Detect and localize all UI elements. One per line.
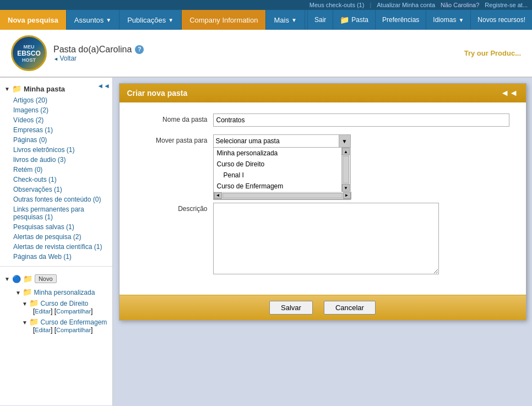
horiz-scroll-thumb[interactable]: [222, 193, 343, 198]
tree-item-curso-direito: ▼ 📁 Curso de Direito [Editar] [Compartil…: [4, 297, 108, 316]
sidebar-minha-pasta-header: ▼ 📁 Minha pasta: [4, 84, 108, 93]
content-area: ◄◄ ▼ 📁 Minha pasta Artigos (20) Imagens …: [0, 78, 532, 405]
sidebar-item-alertas-revista[interactable]: Alertas de revista científica (1): [4, 242, 108, 252]
tree-toggle-bottom-icon[interactable]: ▼: [4, 276, 10, 282]
folder-yellow-icon: 📁: [12, 84, 21, 93]
form-row-nome: Nome da pasta: [136, 113, 509, 127]
tree-toggle-direito-icon[interactable]: ▼: [22, 301, 28, 307]
tree-toggle-personalizada-icon[interactable]: ▼: [15, 290, 21, 296]
dialog-header: Criar nova pasta ◄◄: [120, 84, 526, 102]
dropdown-arrow-icon[interactable]: ▼: [339, 134, 351, 148]
sidebar-item-outras-fontes[interactable]: Outras fontes de conteúdo (0): [4, 194, 108, 204]
compartilhar-direito-link[interactable]: Compartilhar: [56, 308, 91, 315]
criar-pasta-dialog: Criar nova pasta ◄◄ Nome da pasta Mover …: [119, 83, 526, 321]
utility-bar: Meus check-outs (1) | Atualizar Minha co…: [0, 0, 532, 10]
sidebar-item-observacoes[interactable]: Observações (1): [4, 185, 108, 194]
main-content: Criar nova pasta ◄◄ Nome da pasta Mover …: [113, 78, 532, 405]
idiomas-arrow-icon: ▼: [458, 17, 464, 23]
tree-item-minha-personalizada: ▼ 📁 Minha personalizada: [4, 286, 108, 297]
nav-mais[interactable]: Mais ▼: [266, 10, 305, 30]
sidebar-collapse-btn[interactable]: ◄◄: [97, 82, 110, 90]
header-left: MEU EBSCO HOST Pasta do(a)Carolina ? Vol…: [11, 35, 144, 71]
scroll-right-icon[interactable]: ►: [343, 192, 351, 199]
select-box-display[interactable]: Selecionar uma pasta ▼: [213, 134, 351, 148]
dialog-title: Criar nova pasta: [127, 89, 188, 98]
sidebar-item-livros-audio[interactable]: livros de áudio (3): [4, 155, 108, 165]
sidebar-item-links-permanentes[interactable]: Links permanentes para pesquisas (1): [4, 204, 108, 222]
nav-preferencias[interactable]: Preferências: [375, 10, 426, 30]
help-bottom-icon: 🔵: [12, 275, 21, 283]
nav-publicacoes[interactable]: Publicações ▼: [120, 10, 182, 30]
atualizar-link[interactable]: Atualizar Minha conta: [377, 2, 435, 8]
dropdown-item-curso-enfermagem[interactable]: Curso de Enfermagem: [214, 181, 341, 192]
pasta-title: Pasta do(a)Carolina ?: [53, 45, 144, 55]
compartilhar-enfermagem-link[interactable]: Compartilhar: [56, 327, 91, 333]
novo-folder-icon: 📁: [23, 274, 32, 283]
dropdown-list: Minha personalizada Curso de Direito Pen…: [213, 148, 351, 200]
help-icon[interactable]: ?: [135, 45, 144, 54]
novo-button[interactable]: Novo: [35, 274, 57, 283]
form-row-descricao: Descrição: [136, 203, 509, 276]
folder-direito-icon: 📁: [29, 299, 39, 307]
checkouts-link[interactable]: Meus check-outs (1): [310, 2, 365, 8]
sidebar-divider: [0, 266, 112, 267]
ebscohost-logo: MEU EBSCO HOST: [11, 35, 47, 71]
nav-assuntos[interactable]: Assuntos ▼: [67, 10, 120, 30]
registre-link[interactable]: Registre-se at...: [485, 2, 528, 8]
editar-direito-link[interactable]: Editar: [35, 308, 51, 315]
scroll-down-icon[interactable]: ▼: [342, 184, 350, 192]
nome-input[interactable]: [213, 113, 509, 127]
sidebar-item-empresas[interactable]: Empresas (1): [4, 125, 108, 135]
dropdown-list-with-scroll: Minha personalizada Curso de Direito Pen…: [214, 148, 350, 192]
select-container: Selecionar uma pasta ▼ Minha personaliza…: [213, 134, 351, 148]
folder-enfermagem-icon: 📁: [29, 317, 39, 326]
header-area: MEU EBSCO HOST Pasta do(a)Carolina ? Vol…: [0, 30, 532, 78]
folder-personalizada-icon: 📁: [23, 288, 32, 296]
descricao-textarea[interactable]: [213, 203, 439, 274]
descricao-control-area: [213, 203, 509, 276]
main-nav: Nova pesquisa Assuntos ▼ Publicações ▼ C…: [0, 10, 532, 30]
sidebar-item-paginas-web[interactable]: Páginas da Web (1): [4, 252, 108, 262]
nav-company-information[interactable]: Company Information: [182, 10, 266, 30]
voltar-link[interactable]: Voltar: [53, 55, 144, 62]
nav-sair[interactable]: Sair: [307, 10, 333, 30]
scroll-left-icon[interactable]: ◄: [214, 192, 222, 199]
publicacoes-arrow-icon: ▼: [168, 17, 173, 23]
sidebar-section-minha-pasta: ▼ 📁 Minha pasta Artigos (20) Imagens (2)…: [0, 82, 112, 263]
dialog-close-button[interactable]: ◄◄: [501, 88, 518, 98]
sidebar-item-alertas-pesquisa[interactable]: Alertas de pesquisa (2): [4, 232, 108, 242]
label-descricao: Descrição: [136, 203, 208, 213]
nav-nova-pesquisa[interactable]: Nova pesquisa: [0, 10, 67, 30]
dropdown-item-penal-i[interactable]: Penal I: [214, 170, 341, 181]
sidebar-item-retem[interactable]: Retém (0): [4, 165, 108, 175]
sidebar-item-livros-eletronicos[interactable]: Livros eletrônicos (1): [4, 145, 108, 155]
tree-toggle-icon[interactable]: ▼: [4, 86, 10, 92]
salvar-button[interactable]: Salvar: [269, 301, 313, 315]
cancelar-button[interactable]: Cancelar: [324, 301, 376, 315]
try-promo: Try our Produc...: [464, 49, 521, 57]
form-row-mover: Mover pasta para Selecionar uma pasta ▼: [136, 134, 509, 148]
sidebar-item-checkouts[interactable]: Check-outs (1): [4, 175, 108, 185]
dropdown-item-minha-personalizada[interactable]: Minha personalizada: [214, 148, 341, 159]
dropdown-item-curso-direito[interactable]: Curso de Direito: [214, 159, 341, 170]
sidebar-bottom: ▼ 🔵 📁 Novo ▼ 📁 Minha personalizada ▼ 📁 C…: [0, 270, 112, 339]
horizontal-scrollbar: ◄ ►: [214, 192, 351, 199]
mais-arrow-icon: ▼: [291, 17, 297, 23]
nav-pasta[interactable]: 📁 Pasta: [333, 10, 375, 30]
sidebar-item-paginas[interactable]: Páginas (0): [4, 135, 108, 145]
editar-enfermagem-link[interactable]: Editar: [35, 327, 51, 333]
assuntos-arrow-icon: ▼: [106, 17, 111, 23]
select-value: Selecionar uma pasta: [214, 137, 350, 145]
scroll-thumb[interactable]: [343, 156, 349, 183]
nav-idiomas[interactable]: Idiomas ▼: [426, 10, 470, 30]
sidebar: ◄◄ ▼ 📁 Minha pasta Artigos (20) Imagens …: [0, 78, 113, 405]
sidebar-item-artigos[interactable]: Artigos (20): [4, 95, 108, 105]
tree-toggle-enfermagem-icon[interactable]: ▼: [22, 320, 28, 326]
nome-control-area: [213, 113, 509, 127]
sidebar-item-pesquisas-salvas[interactable]: Pesquisas salvas (1): [4, 222, 108, 232]
scroll-up-icon[interactable]: ▲: [342, 148, 350, 155]
sidebar-item-videos[interactable]: Vídeos (2): [4, 115, 108, 125]
nao-carolina-text: Não Carolina?: [441, 2, 479, 8]
sidebar-item-imagens[interactable]: Imagens (2): [4, 105, 108, 115]
nav-novos-recursos[interactable]: Novos recursos!: [470, 10, 532, 30]
